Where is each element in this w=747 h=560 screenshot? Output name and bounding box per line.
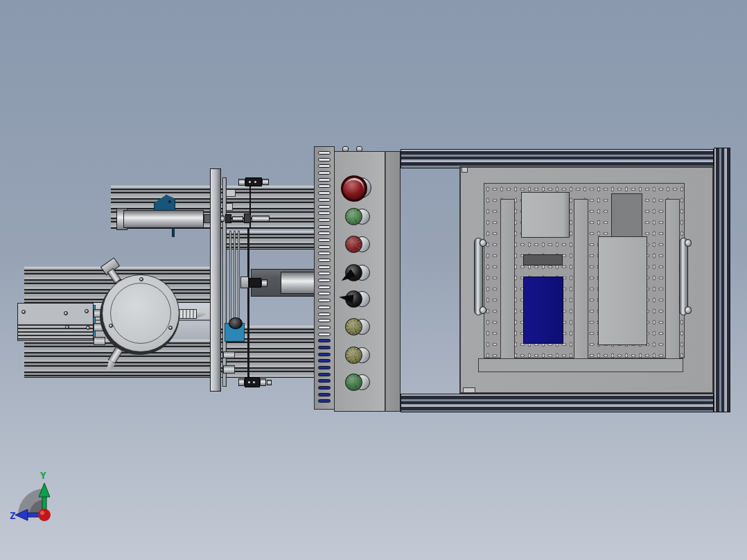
vent-slot [318,279,331,282]
vent-slot [318,259,331,262]
green-pushbutton-1[interactable] [345,207,371,226]
vent-slot [318,178,331,182]
vent-slot [318,373,331,376]
rod-fitting [232,216,243,221]
vent-slot [318,158,331,161]
panel-screw [342,146,349,152]
vent-slot [318,359,331,362]
sensor-nut [238,179,245,186]
vent-slot [318,225,331,229]
slide-cylinder-tube [281,272,315,294]
frame-beam-bottom[interactable] [401,394,714,412]
olive-pushbutton-1[interactable] [345,317,371,336]
sensor-nut [262,179,269,185]
button-face [345,347,362,364]
panel-tab [463,387,475,393]
door-handle-left[interactable] [474,238,483,315]
mounting-flange-plate[interactable] [210,168,221,392]
rod-fitting [244,213,251,223]
vent-slot [318,399,331,403]
z-axis-label: Z [10,510,15,521]
air-fitting [249,278,261,288]
hex-bolt [229,317,243,329]
disc-face-ring [110,283,171,344]
rod-fitting [252,216,270,222]
mounted-module-dark[interactable] [611,193,642,237]
y-axis-label: Y [40,470,46,481]
drive-belt-edge [247,229,249,378]
vent-slot [318,386,331,390]
control-panel-side [385,151,401,412]
fitting-hex [240,277,249,288]
vent-slot [318,265,331,269]
guide-rod [234,231,236,324]
rotary-disc[interactable] [102,274,179,352]
button-face [345,374,362,391]
mid-extrusion-rail[interactable] [223,231,315,250]
button-face [345,208,362,225]
vent-slot [318,231,331,235]
sensor-nut [260,378,266,386]
panel-tab [462,167,468,173]
vent-slot [318,252,331,255]
terminal-strip[interactable] [523,254,563,265]
vent-slot [318,339,331,342]
vent-slot [318,346,331,349]
sphere-highlight [40,511,44,515]
olive-pushbutton-2[interactable] [345,346,371,365]
vent-slot [318,151,331,155]
proximity-sensor-bottom[interactable] [245,377,260,387]
frame-post-right[interactable] [714,148,730,412]
proximity-sensor-top[interactable] [245,177,262,186]
mounting-channel-2 [574,199,588,359]
x-axis-origin-sphere [38,509,51,521]
frame-beam-top[interactable] [401,149,714,168]
shaft-stub [223,351,235,358]
vent-strip [314,146,335,410]
button-face [345,318,362,335]
button-face [345,236,362,253]
vent-slot [318,326,331,329]
vent-slot [318,299,331,302]
door-handle-right[interactable] [679,238,688,315]
selector-knob-1[interactable] [345,263,371,282]
vent-slot [318,333,331,336]
vent-slot [318,366,331,369]
guide-rod [238,231,240,324]
green-pushbutton-2[interactable] [345,373,371,392]
vent-slot [318,272,331,275]
vent-slot [318,306,331,309]
sensor-nut [238,378,245,386]
vent-slot [318,313,331,316]
fitting-tip [261,279,267,287]
vent-slot [318,286,331,289]
mounted-module-light[interactable] [521,192,570,238]
sensor-tip [267,380,272,385]
vent-slot [318,245,331,249]
vent-slot [318,205,331,209]
slide-block-grooves [18,322,93,340]
vent-slot [318,184,331,188]
plc-module-navy[interactable] [523,277,563,344]
orientation-triad: Y Z [10,468,79,537]
red-pushbutton[interactable] [345,235,371,254]
emergency-stop-button[interactable] [341,175,376,201]
vent-slot [318,379,331,383]
mounted-panel-large[interactable] [598,236,647,345]
vent-slot [318,319,331,322]
pneumatic-cylinder-top[interactable] [123,210,204,228]
vent-slot [318,393,331,396]
nozzle-tube-right [178,309,197,319]
vent-slot [318,191,331,195]
panel-screw [356,146,362,152]
mounting-channel-1 [500,199,515,359]
cad-viewport-canvas[interactable]: Y Z [0,0,747,560]
vent-slot [318,218,331,222]
button-face [341,175,367,202]
linear-slide-block[interactable] [17,303,94,341]
vent-slot [318,238,331,242]
panel-bottom-rail [478,358,683,372]
vent-slot [318,198,331,202]
selector-knob-2[interactable] [345,290,371,308]
vent-slot [318,292,331,295]
